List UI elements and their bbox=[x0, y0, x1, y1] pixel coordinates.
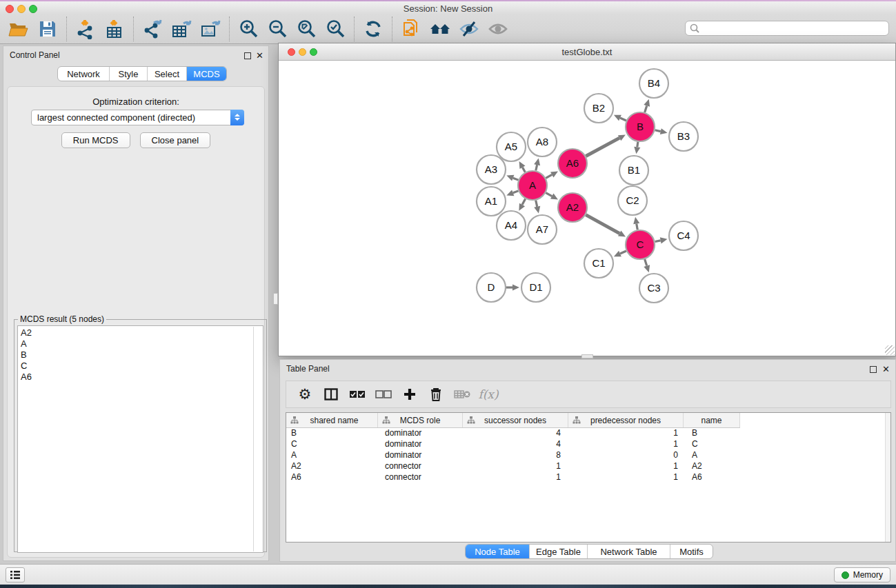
graph-edge[interactable] bbox=[513, 178, 519, 180]
open-session-button[interactable] bbox=[4, 17, 33, 41]
table-cell[interactable]: dominator bbox=[378, 450, 463, 461]
control-panel-close-button[interactable]: ✕ bbox=[255, 51, 264, 60]
graph-edge[interactable] bbox=[655, 241, 661, 242]
table-row[interactable]: Cdominator41C bbox=[286, 439, 890, 450]
tab-style[interactable]: Style bbox=[109, 67, 147, 81]
graph-edge[interactable] bbox=[536, 165, 537, 170]
optimization-criterion-select[interactable]: largest connected component (directed) bbox=[31, 110, 244, 125]
graph-edge[interactable] bbox=[546, 174, 552, 178]
table-cell[interactable]: 4 bbox=[463, 439, 568, 450]
result-list-item[interactable]: C bbox=[21, 361, 263, 372]
tab-network-table[interactable]: Network Table bbox=[587, 545, 670, 558]
show-hidden-button[interactable] bbox=[484, 17, 512, 41]
column-selector-button[interactable] bbox=[318, 383, 344, 405]
graph-edge[interactable] bbox=[586, 138, 619, 156]
control-panel-float-button[interactable] bbox=[243, 51, 252, 60]
table-cell[interactable]: C bbox=[684, 439, 740, 450]
table-row[interactable]: A6connector11A6 bbox=[286, 472, 890, 483]
export-table-button[interactable] bbox=[167, 17, 196, 41]
table-cell[interactable]: connector bbox=[378, 461, 463, 472]
function-builder-button[interactable]: f(x) bbox=[475, 383, 501, 405]
table-row[interactable]: Bdominator41B bbox=[286, 428, 890, 439]
column-header-mcds-role[interactable]: MCDS role bbox=[378, 413, 463, 427]
graph-edge[interactable] bbox=[522, 168, 525, 172]
table-cell[interactable]: 1 bbox=[463, 461, 568, 472]
table-row[interactable]: A2connector11A2 bbox=[286, 461, 890, 472]
table-cell[interactable]: connector bbox=[378, 472, 463, 483]
table-cell[interactable]: 1 bbox=[568, 439, 684, 450]
table-row[interactable]: Adominator80A bbox=[286, 450, 890, 461]
table-cell[interactable]: 8 bbox=[463, 450, 568, 461]
graph-edge[interactable] bbox=[655, 130, 660, 132]
graph-edge[interactable] bbox=[637, 224, 638, 230]
table-settings-button[interactable]: ⚙ bbox=[292, 383, 318, 405]
table-cell[interactable]: A bbox=[286, 450, 378, 461]
network-from-selection-button[interactable] bbox=[397, 17, 426, 41]
table-cell[interactable]: dominator bbox=[378, 439, 463, 450]
table-cell[interactable]: 4 bbox=[463, 428, 568, 439]
tab-network[interactable]: Network bbox=[58, 67, 109, 81]
search-input[interactable] bbox=[700, 22, 888, 34]
table-cell[interactable]: 0 bbox=[568, 450, 684, 461]
delete-column-button[interactable] bbox=[423, 383, 449, 405]
network-canvas[interactable]: B4B2BB3A5A8A6A3B1AA1C2A2A4A7C4CC1C3DD1 bbox=[279, 61, 895, 356]
tab-edge-table[interactable]: Edge Table bbox=[529, 545, 587, 558]
show-panels-button[interactable] bbox=[6, 567, 25, 582]
tab-motifs[interactable]: Motifs bbox=[670, 545, 713, 558]
graph-edge[interactable] bbox=[645, 259, 647, 266]
run-mcds-button[interactable]: Run MCDS bbox=[61, 132, 130, 148]
resize-grip-icon[interactable] bbox=[885, 345, 895, 355]
table-cell[interactable]: 1 bbox=[568, 428, 684, 439]
tab-select[interactable]: Select bbox=[147, 67, 186, 81]
tab-mcds[interactable]: MCDS bbox=[186, 67, 226, 81]
graph-edge[interactable] bbox=[522, 199, 526, 205]
table-cell[interactable]: 1 bbox=[568, 472, 684, 483]
memory-button[interactable]: Memory bbox=[834, 567, 890, 582]
table-cell[interactable]: B bbox=[286, 428, 378, 439]
table-scrollbar[interactable] bbox=[885, 413, 890, 542]
zoom-in-button[interactable] bbox=[234, 17, 263, 41]
hide-selected-button[interactable] bbox=[455, 17, 484, 41]
export-network-button[interactable] bbox=[138, 17, 167, 41]
table-cell[interactable]: C bbox=[286, 439, 378, 450]
graph-edge[interactable] bbox=[637, 142, 638, 148]
zoom-selected-button[interactable] bbox=[321, 17, 350, 41]
table-cell[interactable]: 1 bbox=[463, 472, 568, 483]
column-header-predecessor-nodes[interactable]: predecessor nodes bbox=[568, 413, 684, 427]
result-list-item[interactable]: A2 bbox=[21, 327, 263, 338]
table-cell[interactable]: A6 bbox=[286, 472, 378, 483]
column-header-shared-name[interactable]: shared name bbox=[286, 413, 378, 427]
add-column-button[interactable] bbox=[397, 383, 423, 405]
graph-edge[interactable] bbox=[546, 193, 552, 196]
tab-node-table[interactable]: Node Table bbox=[466, 545, 529, 558]
network-window-titlebar[interactable]: testGlobe.txt bbox=[279, 43, 895, 61]
table-cell[interactable]: A2 bbox=[684, 461, 740, 472]
first-neighbors-button[interactable] bbox=[426, 17, 455, 41]
select-all-button[interactable] bbox=[344, 383, 370, 405]
delete-table-button[interactable] bbox=[449, 383, 475, 405]
network-graph[interactable]: B4B2BB3A5A8A6A3B1AA1C2A2A4A7C4CC1C3DD1 bbox=[279, 61, 895, 356]
graph-edge[interactable] bbox=[536, 200, 537, 206]
refresh-layout-button[interactable] bbox=[359, 17, 388, 41]
import-table-button[interactable] bbox=[100, 17, 129, 41]
zoom-out-button[interactable] bbox=[263, 17, 292, 41]
graph-edge[interactable] bbox=[645, 105, 647, 112]
save-session-button[interactable] bbox=[33, 17, 62, 41]
result-list-item[interactable]: A6 bbox=[21, 372, 263, 383]
vertical-splitter-grip[interactable] bbox=[273, 293, 278, 305]
mcds-result-list[interactable]: A2ABCA6 bbox=[17, 325, 263, 553]
result-list-item[interactable]: B bbox=[21, 349, 263, 361]
table-cell[interactable]: A2 bbox=[286, 461, 378, 472]
result-scrollbar[interactable] bbox=[253, 327, 254, 551]
result-list-item[interactable]: A bbox=[21, 338, 263, 349]
deselect-all-button[interactable] bbox=[370, 383, 397, 405]
column-header-successor-nodes[interactable]: successor nodes bbox=[463, 413, 568, 427]
close-panel-button[interactable]: Close panel bbox=[140, 132, 211, 148]
graph-edge[interactable] bbox=[620, 118, 626, 121]
search-field[interactable] bbox=[685, 21, 889, 36]
table-cell[interactable]: 1 bbox=[568, 461, 684, 472]
graph-edge[interactable] bbox=[620, 251, 626, 254]
table-cell[interactable]: B bbox=[684, 428, 740, 439]
table-panel-close-button[interactable]: ✕ bbox=[882, 365, 890, 374]
import-network-button[interactable] bbox=[71, 17, 100, 41]
